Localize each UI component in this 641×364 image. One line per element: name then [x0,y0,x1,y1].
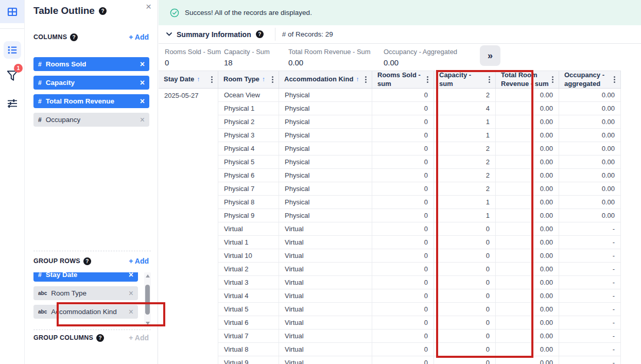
cell-total-room-revenue-sum: 0.00 [496,209,559,222]
remove-field-icon[interactable]: × [129,289,133,298]
cell-accommodation-kind: Physical [279,115,372,129]
group-rows-pill-list: #Stay Date×abcRoom Type×abcAccommodation… [33,272,138,327]
cell-total-room-revenue-sum: 0.00 [496,316,559,330]
column-menu-icon[interactable] [209,75,215,84]
cell-accommodation-kind: Virtual [279,263,372,276]
cell-capacity-sum: 0 [434,343,496,356]
cell-rooms-sold-sum: 0 [372,209,434,222]
column-menu-icon[interactable] [270,75,275,84]
cell-room-type: Virtual 10 [218,249,279,263]
stat-label: Total Room Revenue - Sum [288,48,371,56]
scrollbar-thumb[interactable] [145,285,150,315]
data-grid: Stay Date↑Room Type↑Accommodation Kind↑R… [159,71,621,364]
group-rows-scrollbar[interactable] [144,272,151,327]
cell-capacity-sum: 0 [434,316,496,330]
cell-stay-date [159,276,218,289]
table-row[interactable]: Virtual 1Virtual000.00- [159,236,621,249]
column-header-total-room-revenue-sum[interactable]: Total Room Revenue - sum [496,71,559,88]
table-row[interactable]: Virtual 9Virtual000.00- [159,356,621,364]
scroll-up-icon[interactable] [146,274,150,278]
field-pill-rooms-sold[interactable]: #Rooms Sold× [33,57,149,71]
table-row[interactable]: Physical 7Physical020.000.00 [159,182,621,196]
remove-field-icon[interactable]: × [140,97,145,106]
table-row[interactable]: Physical 1Physical040.000.00 [159,102,621,115]
check-circle-icon [170,8,179,18]
field-pill-label: Capacity [46,79,75,86]
column-menu-icon[interactable] [612,75,617,84]
cell-occupancy-aggregated: 0.00 [559,155,621,169]
table-row[interactable]: 2025-05-27Ocean ViewPhysical020.000.00 [159,89,621,102]
number-type-icon: # [38,98,42,105]
panel-close-icon[interactable]: × [146,1,151,12]
remove-field-icon[interactable]: × [140,116,145,124]
table-row[interactable]: Virtual 2Virtual000.00- [159,263,621,276]
table-row[interactable]: Physical 6Physical020.000.00 [159,169,621,182]
field-pill-capacity[interactable]: #Capacity× [33,76,149,90]
rail-item-outline[interactable] [4,41,21,59]
field-pill-label: Rooms Sold [46,60,86,68]
column-header-rooms-sold-sum[interactable]: Rooms Sold - sum [372,71,434,88]
cell-room-type: Physical 1 [218,102,279,115]
cell-rooms-sold-sum: 0 [372,182,434,196]
remove-field-icon[interactable]: × [129,272,133,279]
remove-field-icon[interactable]: × [129,308,133,316]
help-icon[interactable]: ? [70,33,78,41]
table-row[interactable]: Virtual 7Virtual000.00- [159,330,621,343]
help-icon[interactable]: ? [96,334,104,342]
table-row[interactable]: Physical 3Physical010.000.00 [159,129,621,142]
cell-stay-date [159,209,218,222]
field-pill-occupancy[interactable]: #Occupancy× [33,113,149,127]
column-menu-icon[interactable] [425,75,430,84]
column-menu-icon[interactable] [487,75,492,84]
cell-stay-date [159,303,218,316]
summary-collapse-toggle[interactable]: Summary Information ? [159,30,264,39]
table-row[interactable]: VirtualVirtual000.00- [159,222,621,236]
column-menu-icon[interactable] [363,75,369,84]
column-header-label: Occupancy - aggregated [564,71,612,88]
table-row[interactable]: Virtual 6Virtual000.00- [159,316,621,330]
column-header-capacity-sum[interactable]: Capacity - sum [434,71,496,88]
column-header-stay-date[interactable]: Stay Date↑ [159,71,218,88]
group-rows-add-button[interactable]: + Add [129,257,149,265]
field-pill-label: Stay Date [46,272,78,279]
column-header-room-type[interactable]: Room Type↑ [218,71,279,88]
cell-occupancy-aggregated: 0.00 [559,102,621,115]
table-row[interactable]: Physical 2Physical010.000.00 [159,115,621,129]
table-row[interactable]: Virtual 5Virtual000.00- [159,303,621,316]
table-row[interactable]: Physical 5Physical020.000.00 [159,155,621,169]
chevron-down-icon [166,32,172,36]
table-row[interactable]: Virtual 10Virtual000.00- [159,249,621,263]
field-pill-total-room-revenue[interactable]: #Total Room Revenue× [33,94,149,108]
table-row[interactable]: Virtual 3Virtual000.00- [159,276,621,289]
success-message: Success! All of the records are displaye… [185,9,312,16]
field-pill-stay-date[interactable]: #Stay Date× [33,272,138,282]
column-header-occupancy-aggregated[interactable]: Occupancy - aggregated [559,71,621,88]
rail-item-table[interactable] [0,0,24,23]
field-pill-accommodation-kind[interactable]: abcAccommodation Kind× [33,305,138,319]
cell-occupancy-aggregated: 0.00 [559,209,621,222]
columns-add-button[interactable]: + Add [129,33,149,41]
table-row[interactable]: Virtual 4Virtual000.00- [159,289,621,303]
cell-accommodation-kind: Physical [279,129,372,142]
cell-occupancy-aggregated: - [559,236,621,249]
table-row[interactable]: Virtual 8Virtual000.00- [159,343,621,356]
scroll-down-icon[interactable] [146,322,150,325]
remove-field-icon[interactable]: × [140,60,145,68]
table-row[interactable]: Physical 9Physical010.000.00 [159,209,621,222]
cell-room-type: Virtual 2 [218,263,279,276]
remove-field-icon[interactable]: × [140,79,145,87]
column-menu-icon[interactable] [550,75,556,84]
column-header-accommodation-kind[interactable]: Accommodation Kind↑ [279,71,372,88]
cell-capacity-sum: 0 [434,330,496,343]
field-pill-room-type[interactable]: abcRoom Type× [33,286,138,300]
expand-summary-button[interactable]: » [480,45,500,66]
table-row[interactable]: Physical 4Physical020.000.00 [159,142,621,155]
table-row[interactable]: Physical 8Physical010.000.00 [159,196,621,209]
help-icon[interactable]: ? [256,30,264,38]
cell-stay-date [159,222,218,236]
cell-rooms-sold-sum: 0 [372,196,434,209]
cell-accommodation-kind: Physical [279,209,372,222]
help-icon[interactable]: ? [99,7,107,15]
rail-item-settings[interactable] [4,95,21,112]
help-icon[interactable]: ? [83,257,91,265]
